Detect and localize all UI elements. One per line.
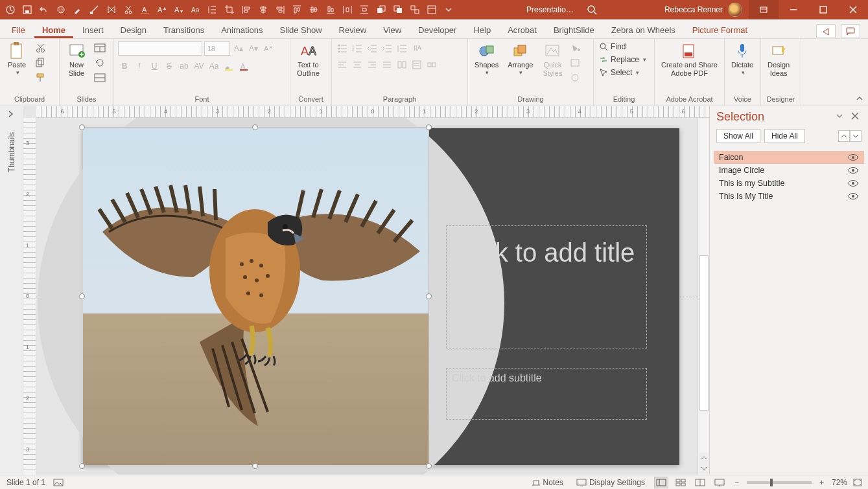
horizontal-ruler[interactable]: 6543210123456: [36, 106, 709, 118]
strike-icon[interactable]: S: [163, 60, 176, 73]
fit-to-window-icon[interactable]: [852, 478, 863, 487]
text-to-outline-button[interactable]: AA Text to Outline: [294, 41, 322, 78]
font-dec-icon[interactable]: A▾: [174, 5, 184, 15]
hide-all-button[interactable]: Hide All: [764, 129, 805, 143]
tab-file[interactable]: File: [4, 21, 33, 38]
create-pdf-button[interactable]: Create and Share Adobe PDF: [659, 41, 720, 78]
copy-mini-icon[interactable]: [34, 56, 47, 69]
line-spacing-icon[interactable]: [207, 5, 218, 15]
display-settings-button[interactable]: Display Settings: [572, 475, 649, 490]
paste-button[interactable]: Paste ▾: [4, 41, 30, 77]
shapes-button[interactable]: Shapes▾: [472, 41, 501, 77]
zoom-in-icon[interactable]: +: [817, 478, 827, 487]
show-all-button[interactable]: Show All: [716, 129, 760, 143]
zoom-out-icon[interactable]: −: [732, 478, 742, 487]
underline-icon[interactable]: U: [148, 60, 161, 73]
tab-developer[interactable]: Developer: [410, 21, 464, 38]
accessibility-icon[interactable]: [53, 478, 64, 487]
format-painter-icon[interactable]: [34, 71, 47, 84]
reading-view-icon[interactable]: [693, 477, 707, 488]
clear-format-icon[interactable]: A: [262, 42, 275, 55]
share-button[interactable]: [816, 24, 836, 38]
grow-font-icon[interactable]: A▴: [232, 42, 245, 55]
qat-more-icon[interactable]: [443, 5, 454, 15]
minimize-button[interactable]: [779, 0, 808, 19]
font-name-box[interactable]: [118, 41, 202, 56]
arrange-button[interactable]: Arrange▾: [505, 41, 535, 77]
tab-review[interactable]: Review: [331, 21, 375, 38]
line-spacing-mini-icon[interactable]: [395, 41, 408, 54]
bring-forward-icon[interactable]: [376, 5, 386, 15]
tab-acrobat[interactable]: Acrobat: [500, 21, 545, 38]
tab-design[interactable]: Design: [113, 21, 154, 38]
title-placeholder[interactable]: Click to add title: [446, 225, 647, 348]
edit-points-icon[interactable]: [89, 5, 100, 15]
shape-fill-icon[interactable]: [569, 41, 582, 54]
shape-outline-icon[interactable]: [569, 56, 582, 69]
text-direction-icon[interactable]: IIA: [410, 41, 423, 54]
bold-icon[interactable]: B: [118, 60, 131, 73]
tab-view[interactable]: View: [375, 21, 409, 38]
cut-icon[interactable]: [123, 5, 134, 15]
collapse-ribbon-icon[interactable]: [855, 94, 864, 103]
tab-insert[interactable]: Insert: [75, 21, 111, 38]
find-button[interactable]: Find: [598, 41, 648, 52]
font-color-mini-icon[interactable]: A: [237, 60, 250, 73]
smartart-icon[interactable]: [425, 58, 438, 71]
tab-help[interactable]: Help: [465, 21, 499, 38]
replace-button[interactable]: Replace▾: [598, 54, 648, 65]
handle-ne[interactable]: [426, 124, 432, 130]
shrink-font-icon[interactable]: A▾: [247, 42, 260, 55]
align-right-icon[interactable]: [275, 5, 285, 15]
tab-animations[interactable]: Animations: [213, 21, 270, 38]
pane-options-icon[interactable]: [836, 112, 846, 122]
slide-stage[interactable]: Click to add title Click to add subtitle: [36, 118, 698, 475]
save-icon[interactable]: [22, 5, 32, 15]
numbering-icon[interactable]: 12: [351, 41, 364, 54]
search-icon[interactable]: [587, 5, 597, 15]
move-down-icon[interactable]: [850, 130, 862, 142]
align-left-mini-icon[interactable]: [336, 58, 349, 71]
visibility-toggle-icon[interactable]: [847, 179, 859, 188]
handle-s[interactable]: [252, 463, 258, 469]
selection-item-title[interactable]: This Is My Title: [714, 190, 864, 203]
close-pane-icon[interactable]: [851, 112, 862, 122]
slideshow-view-icon[interactable]: [712, 477, 727, 488]
next-slide-icon[interactable]: [700, 464, 708, 475]
align-center-icon[interactable]: [258, 5, 268, 15]
slide-indicator[interactable]: Slide 1 of 1: [6, 478, 45, 487]
align-center-mini-icon[interactable]: [351, 58, 364, 71]
maximize-button[interactable]: [808, 0, 838, 19]
font-color-icon[interactable]: A: [140, 5, 150, 15]
select-button[interactable]: Select▾: [598, 67, 648, 78]
normal-view-icon[interactable]: [654, 477, 668, 488]
columns-icon[interactable]: [395, 58, 408, 71]
expand-thumbnails-icon[interactable]: [7, 110, 16, 119]
char-spacing-icon[interactable]: AV: [193, 60, 205, 73]
sorter-view-icon[interactable]: [674, 477, 688, 488]
group-icon[interactable]: [410, 5, 420, 15]
tab-slideshow[interactable]: Slide Show: [272, 21, 329, 38]
cut-mini-icon[interactable]: [34, 41, 47, 54]
layout-icon[interactable]: [93, 41, 106, 54]
shape-effects-icon[interactable]: [569, 71, 582, 84]
undo-icon[interactable]: [39, 5, 49, 15]
ribbon-display-options[interactable]: [749, 0, 779, 19]
picture-selection-box[interactable]: [82, 127, 429, 466]
avatar[interactable]: [728, 3, 742, 17]
align-left-icon[interactable]: [241, 5, 252, 15]
close-button[interactable]: [838, 0, 868, 19]
subtitle-placeholder[interactable]: Click to add subtitle: [446, 368, 647, 420]
distribute-h-icon[interactable]: [342, 5, 353, 15]
comments-button[interactable]: [841, 24, 860, 38]
thumbnails-label[interactable]: Thumbnails: [7, 132, 16, 172]
notes-button[interactable]: Notes: [528, 475, 567, 490]
bullets-icon[interactable]: [336, 41, 349, 54]
handle-n[interactable]: [252, 124, 258, 130]
font-size-box[interactable]: 18: [204, 41, 230, 56]
justify-icon[interactable]: [381, 58, 393, 71]
selection-item-subtitle[interactable]: This is my Subtitle: [714, 177, 864, 190]
prev-slide-icon[interactable]: [700, 454, 708, 464]
align-right-mini-icon[interactable]: [366, 58, 379, 71]
tab-home[interactable]: Home: [34, 21, 73, 38]
